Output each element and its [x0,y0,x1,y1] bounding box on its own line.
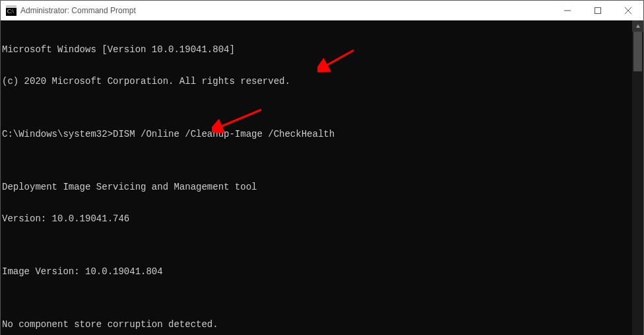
close-button[interactable] [613,1,643,20]
scrollbar-thumb[interactable] [633,32,642,71]
scroll-up-arrow-icon[interactable] [632,20,643,32]
terminal-line: Version: 10.0.19041.746 [2,213,632,224]
terminal-line: (c) 2020 Microsoft Corporation. All righ… [2,76,632,87]
window-title: Administrator: Command Prompt [20,6,136,15]
scrollbar-track[interactable] [632,32,643,335]
maximize-button[interactable] [583,1,613,20]
terminal-line: Image Version: 10.0.19041.804 [2,266,632,277]
terminal-line: C:\Windows\system32>DISM /Online /Cleanu… [2,129,632,139]
svg-marker-11 [636,24,640,28]
content-area: Microsoft Windows [Version 10.0.19041.80… [1,20,643,335]
vertical-scrollbar[interactable] [632,20,643,335]
svg-line-10 [218,110,261,128]
minimize-button[interactable] [552,1,583,20]
svg-rect-1 [6,5,16,8]
terminal-line: Microsoft Windows [Version 10.0.19041.80… [2,44,632,55]
titlebar[interactable]: C:\ Administrator: Command Prompt [1,1,643,20]
terminal-output[interactable]: Microsoft Windows [Version 10.0.19041.80… [1,20,632,335]
svg-text:C:\: C:\ [7,9,15,15]
terminal-line: No component store corruption detected. [2,319,632,330]
cmd-icon: C:\ [6,5,16,16]
command-prompt-window: C:\ Administrator: Command Prompt Micros… [0,0,644,335]
svg-rect-4 [595,7,601,13]
terminal-line: Deployment Image Servicing and Managemen… [2,182,632,192]
